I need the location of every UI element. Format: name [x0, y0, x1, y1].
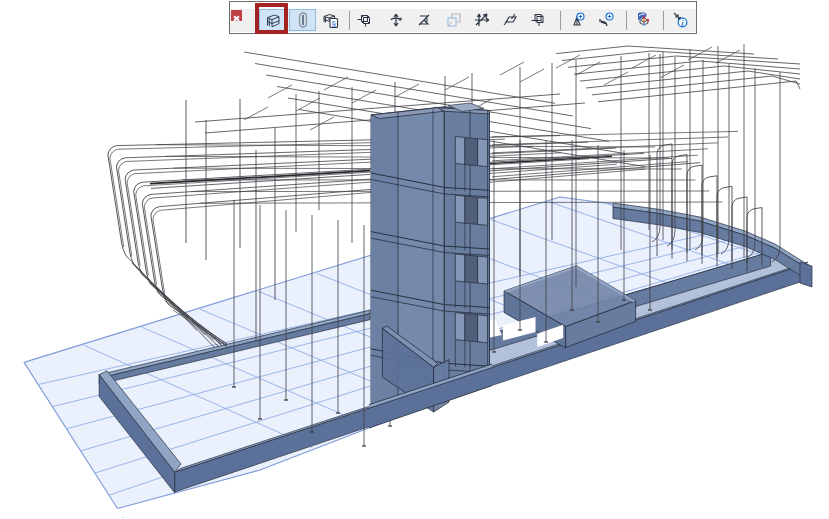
- svg-text:§: §: [331, 19, 335, 28]
